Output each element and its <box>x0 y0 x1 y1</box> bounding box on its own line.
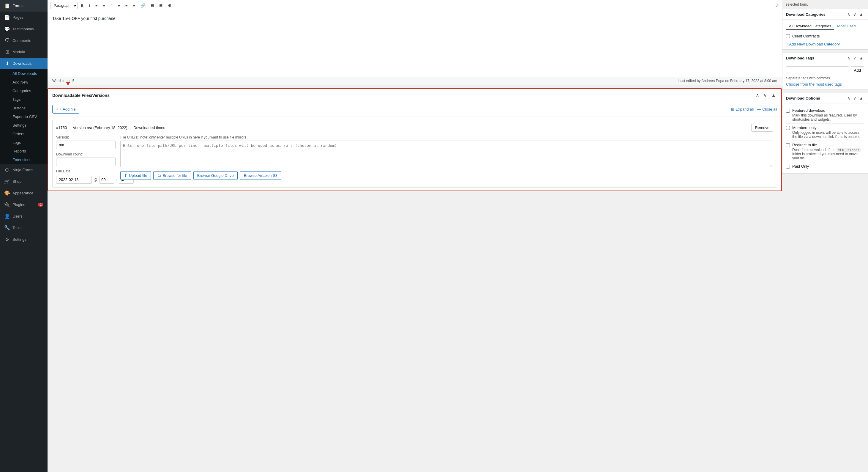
version-input[interactable] <box>56 141 116 149</box>
add-new-category-link[interactable]: + Add New Download Category <box>786 42 840 47</box>
tag-input[interactable] <box>786 66 849 74</box>
sidebar-item-users[interactable]: 👤 Users <box>0 210 48 222</box>
option-redirect-checkbox[interactable] <box>786 143 790 147</box>
sidebar-item-tools[interactable]: 🔧 Tools <box>0 222 48 234</box>
sidebar-item-downloads[interactable]: ⬇ Downloads <box>0 58 48 69</box>
align-center-button[interactable]: ≡ <box>123 2 130 9</box>
options-toggle-btn[interactable]: ▲ <box>858 95 864 101</box>
categories-toggle-btn[interactable]: ▲ <box>858 11 864 17</box>
tag-hint: Separate tags with commas <box>786 76 864 80</box>
italic-button[interactable]: I <box>87 2 92 9</box>
ninja-forms-icon: ⬡ <box>4 167 10 173</box>
settings-toolbar-button[interactable]: ⚙ <box>166 2 174 9</box>
sidebar-subitem-orders[interactable]: Orders <box>0 129 48 138</box>
modula-icon: ⊞ <box>4 49 10 55</box>
browse-icon: 🗂 <box>157 173 161 178</box>
expand-icon[interactable]: ⤢ <box>775 3 779 8</box>
link-button[interactable]: 🔗 <box>138 2 147 9</box>
options-controls: ∧ ∨ ▲ <box>846 95 864 101</box>
align-right-button[interactable]: ≡ <box>131 2 137 9</box>
sidebar-item-settings-bottom[interactable]: ⚙ Settings <box>0 234 48 245</box>
add-file-button[interactable]: + + Add file <box>52 105 79 114</box>
option-featured-checkbox[interactable] <box>786 109 790 113</box>
options-collapse-btn[interactable]: ∧ <box>846 95 851 101</box>
category-checkbox-client-contracts[interactable] <box>786 34 790 38</box>
sidebar-subitem-settings[interactable]: Settings <box>0 121 48 129</box>
unordered-list-button[interactable]: ≡ <box>93 2 100 9</box>
sidebar-item-shop[interactable]: 🛒 Shop <box>0 176 48 187</box>
options-body: Featured download Mark this download as … <box>782 104 868 173</box>
options-expand-btn[interactable]: ∨ <box>852 95 857 101</box>
tags-collapse-btn[interactable]: ∧ <box>846 55 851 61</box>
category-label-client-contracts[interactable]: Client Contracts <box>792 34 819 38</box>
sidebar-item-pages[interactable]: 📄 Pages <box>0 11 48 23</box>
sidebar-item-appearance[interactable]: 🎨 Appearance <box>0 187 48 199</box>
remove-file-button[interactable]: Remove <box>751 124 773 132</box>
tags-title: Download Tags <box>786 56 814 60</box>
choose-tags-link[interactable]: Choose from the most used tags <box>786 82 842 87</box>
editor-content[interactable]: Take 15% OFF your first purchase! <box>48 11 782 77</box>
sidebar-item-forms[interactable]: 📋 Forms <box>0 0 48 11</box>
download-count-input[interactable] <box>56 157 116 166</box>
close-all-link[interactable]: — Close all <box>757 107 777 112</box>
section-toggle-button[interactable]: ▲ <box>770 92 777 99</box>
sidebar-item-plugins[interactable]: 🔌 Plugins 1 <box>0 199 48 210</box>
table-button[interactable]: ⊟ <box>149 2 156 9</box>
browse-google-drive-button[interactable]: Browse Google Drive <box>193 171 238 180</box>
tab-all-categories[interactable]: All Download Categories <box>786 23 834 30</box>
sidebar-subitem-reports[interactable]: Reports <box>0 147 48 155</box>
close-icon: — <box>757 107 761 112</box>
selected-form-text: selected form. <box>782 0 868 9</box>
editor-area: Paragraph B I ≡ ≡ " ≡ ≡ ≡ 🔗 ⊟ ⊞ ⚙ ⤢ Take… <box>48 0 868 472</box>
files-section-controls: ∧ ∨ ▲ <box>754 92 777 99</box>
sidebar-subitem-all-downloads[interactable]: All Downloads <box>0 69 48 78</box>
sidebar-subitem-categories[interactable]: Categories <box>0 87 48 95</box>
file-date-input[interactable] <box>56 176 92 184</box>
tags-expand-btn[interactable]: ∨ <box>852 55 857 61</box>
options-widget-header: Download Options ∧ ∨ ▲ <box>782 93 868 104</box>
section-collapse-button[interactable]: ∧ <box>754 92 761 99</box>
option-featured: Featured download Mark this download as … <box>786 107 864 124</box>
grid-button[interactable]: ⊞ <box>157 2 164 9</box>
tags-toggle-btn[interactable]: ▲ <box>858 55 864 61</box>
browse-for-file-button[interactable]: 🗂 Browse for file <box>153 171 191 180</box>
expand-all-link[interactable]: ⊞ Expand all <box>731 107 754 112</box>
categories-collapse-btn[interactable]: ∧ <box>846 11 851 17</box>
sidebar-item-modula[interactable]: ⊞ Modula <box>0 46 48 58</box>
editor-toolbar: Paragraph B I ≡ ≡ " ≡ ≡ ≡ 🔗 ⊟ ⊞ ⚙ ⤢ <box>48 0 782 11</box>
sidebar-item-comments[interactable]: 🗨 Comments <box>0 35 48 46</box>
option-redirect-desc: Don't force download. If the dlm_uploads… <box>792 148 864 160</box>
add-tag-button[interactable]: Add <box>851 66 864 74</box>
file-date-label: File Date: <box>56 169 116 173</box>
file-time-hour-input[interactable] <box>99 176 114 184</box>
option-paid-checkbox[interactable] <box>786 165 790 169</box>
settings-icon: ⚙ <box>4 237 10 242</box>
upload-icon: ⬆ <box>124 173 127 178</box>
sidebar-subitem-logs[interactable]: Logs <box>0 138 48 147</box>
sidebar-subitem-extensions[interactable]: Extensions <box>0 155 48 164</box>
align-left-button[interactable]: ≡ <box>116 2 122 9</box>
option-members-checkbox[interactable] <box>786 126 790 130</box>
ordered-list-button[interactable]: ≡ <box>101 2 107 9</box>
option-redirect: Redirect to file Don't force download. I… <box>786 141 864 162</box>
browse-amazon-s3-button[interactable]: Browse Amazon S3 <box>240 171 281 180</box>
sidebar-subitem-export-csv[interactable]: Export to CSV <box>0 112 48 121</box>
sidebar-subitem-add-new[interactable]: Add New <box>0 78 48 87</box>
categories-expand-btn[interactable]: ∨ <box>852 11 857 17</box>
section-expand-button[interactable]: ∨ <box>762 92 768 99</box>
blockquote-button[interactable]: " <box>108 2 114 9</box>
plugins-badge: 1 <box>38 203 43 207</box>
sidebar-item-ninja-forms[interactable]: ⬡ Ninja Forms <box>0 164 48 176</box>
comments-icon: 🗨 <box>4 38 10 43</box>
sidebar-subitem-buttons[interactable]: Buttons <box>0 104 48 112</box>
bold-button[interactable]: B <box>79 2 86 9</box>
option-paid-label: Paid Only <box>792 164 809 169</box>
file-url-textarea[interactable] <box>120 141 773 167</box>
sidebar-item-testimonials[interactable]: 💬 Testimonials <box>0 23 48 35</box>
upload-file-button[interactable]: ⬆ Upload file <box>120 171 151 180</box>
tab-most-used[interactable]: Most Used <box>834 23 859 30</box>
pages-icon: 📄 <box>4 14 10 20</box>
tools-icon: 🔧 <box>4 225 10 231</box>
paragraph-select[interactable]: Paragraph <box>51 2 78 9</box>
sidebar-subitem-tags[interactable]: Tags <box>0 95 48 104</box>
